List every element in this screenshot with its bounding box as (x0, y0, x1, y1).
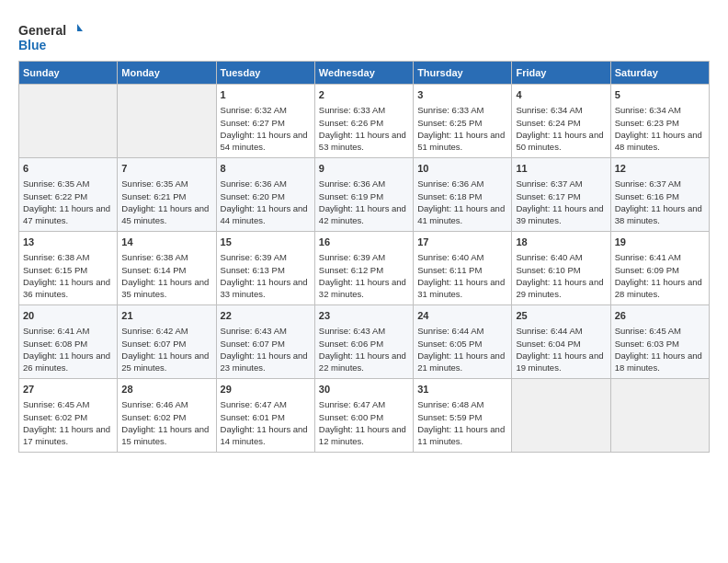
day-info-line: Sunset: 6:01 PM (221, 411, 311, 423)
calendar-cell: 29Sunrise: 6:47 AMSunset: 6:01 PMDayligh… (216, 379, 314, 453)
day-number: 7 (121, 162, 211, 176)
day-number: 3 (417, 88, 507, 102)
day-info-line: Daylight: 11 hours and 22 minutes. (319, 350, 409, 374)
day-number: 11 (516, 162, 606, 176)
day-number: 17 (417, 236, 507, 249)
day-number: 8 (221, 162, 311, 176)
page-header: General Blue (18, 18, 710, 55)
day-number: 23 (319, 309, 409, 323)
day-number: 2 (319, 88, 409, 102)
day-info-line: Sunset: 6:25 PM (417, 117, 507, 129)
day-info-line: Daylight: 11 hours and 31 minutes. (417, 276, 507, 301)
calendar-cell: 22Sunrise: 6:43 AMSunset: 6:07 PMDayligh… (216, 305, 314, 379)
logo-svg: General Blue (18, 18, 83, 55)
calendar-cell: 1Sunrise: 6:32 AMSunset: 6:27 PMDaylight… (216, 85, 314, 158)
calendar-cell: 7Sunrise: 6:35 AMSunset: 6:21 PMDaylight… (118, 158, 216, 232)
day-info-line: Daylight: 11 hours and 38 minutes. (615, 202, 705, 227)
day-info-line: Sunrise: 6:43 AM (221, 325, 311, 337)
day-info-line: Sunset: 6:27 PM (221, 117, 311, 129)
calendar-cell: 11Sunrise: 6:37 AMSunset: 6:17 PMDayligh… (512, 158, 610, 232)
day-number: 30 (319, 383, 409, 396)
col-header-monday: Monday (118, 62, 216, 85)
day-info-line: Sunset: 5:59 PM (417, 411, 507, 423)
day-info-line: Sunset: 6:18 PM (417, 190, 507, 202)
day-info-line: Sunrise: 6:40 AM (417, 251, 507, 263)
day-info-line: Daylight: 11 hours and 47 minutes. (23, 202, 113, 227)
calendar-cell: 10Sunrise: 6:36 AMSunset: 6:18 PMDayligh… (414, 158, 512, 232)
day-info-line: Sunrise: 6:35 AM (121, 178, 211, 190)
svg-text:General: General (18, 23, 66, 38)
day-info-line: Sunrise: 6:32 AM (221, 104, 311, 116)
calendar-cell: 21Sunrise: 6:42 AMSunset: 6:07 PMDayligh… (118, 305, 216, 379)
day-info-line: Sunset: 6:05 PM (417, 338, 507, 350)
day-info-line: Daylight: 11 hours and 29 minutes. (516, 276, 606, 301)
day-number: 10 (417, 162, 507, 176)
col-header-saturday: Saturday (610, 62, 709, 85)
calendar-cell (19, 85, 118, 158)
day-info-line: Sunset: 6:24 PM (516, 117, 606, 129)
calendar-cell: 15Sunrise: 6:39 AMSunset: 6:13 PMDayligh… (216, 232, 314, 305)
day-info-line: Sunset: 6:03 PM (615, 338, 705, 350)
day-info-line: Sunrise: 6:38 AM (23, 251, 113, 263)
day-info-line: Daylight: 11 hours and 33 minutes. (221, 276, 311, 301)
day-info-line: Sunrise: 6:37 AM (615, 178, 705, 190)
day-info-line: Sunrise: 6:46 AM (121, 398, 211, 410)
calendar-cell: 19Sunrise: 6:41 AMSunset: 6:09 PMDayligh… (610, 232, 709, 305)
day-info-line: Sunset: 6:02 PM (23, 411, 113, 423)
calendar-cell (512, 379, 610, 453)
day-info-line: Daylight: 11 hours and 28 minutes. (615, 276, 705, 301)
day-number: 21 (121, 309, 211, 323)
day-info-line: Sunrise: 6:39 AM (221, 251, 311, 263)
day-info-line: Daylight: 11 hours and 17 minutes. (23, 423, 113, 448)
day-info-line: Sunset: 6:14 PM (121, 264, 211, 276)
calendar-cell: 25Sunrise: 6:44 AMSunset: 6:04 PMDayligh… (512, 305, 610, 379)
day-number: 19 (615, 236, 705, 249)
day-number: 29 (221, 383, 311, 396)
day-info-line: Daylight: 11 hours and 21 minutes. (417, 350, 507, 374)
calendar-cell: 26Sunrise: 6:45 AMSunset: 6:03 PMDayligh… (610, 305, 709, 379)
day-info-line: Sunrise: 6:45 AM (615, 325, 705, 337)
calendar-table: SundayMondayTuesdayWednesdayThursdayFrid… (18, 61, 710, 453)
col-header-sunday: Sunday (19, 62, 118, 85)
day-number: 5 (615, 88, 705, 102)
calendar-cell: 4Sunrise: 6:34 AMSunset: 6:24 PMDaylight… (512, 85, 610, 158)
calendar-cell: 2Sunrise: 6:33 AMSunset: 6:26 PMDaylight… (314, 85, 413, 158)
col-header-friday: Friday (512, 62, 610, 85)
day-info-line: Sunrise: 6:39 AM (319, 251, 409, 263)
day-info-line: Daylight: 11 hours and 36 minutes. (23, 276, 113, 301)
calendar-cell: 12Sunrise: 6:37 AMSunset: 6:16 PMDayligh… (610, 158, 709, 232)
day-number: 18 (516, 236, 606, 249)
calendar-cell: 20Sunrise: 6:41 AMSunset: 6:08 PMDayligh… (19, 305, 118, 379)
day-info-line: Sunrise: 6:33 AM (417, 104, 507, 116)
day-info-line: Sunrise: 6:41 AM (23, 325, 113, 337)
day-info-line: Daylight: 11 hours and 32 minutes. (319, 276, 409, 301)
col-header-thursday: Thursday (414, 62, 512, 85)
day-info-line: Sunset: 6:07 PM (221, 338, 311, 350)
day-info-line: Daylight: 11 hours and 42 minutes. (319, 202, 409, 227)
day-number: 28 (121, 383, 211, 396)
day-info-line: Sunset: 6:22 PM (23, 190, 113, 202)
day-info-line: Sunrise: 6:36 AM (221, 178, 311, 190)
day-info-line: Sunset: 6:12 PM (319, 264, 409, 276)
day-info-line: Daylight: 11 hours and 53 minutes. (319, 129, 409, 154)
day-number: 27 (23, 383, 113, 396)
day-info-line: Sunset: 6:13 PM (221, 264, 311, 276)
day-info-line: Sunset: 6:17 PM (516, 190, 606, 202)
calendar-cell: 31Sunrise: 6:48 AMSunset: 5:59 PMDayligh… (414, 379, 512, 453)
col-header-tuesday: Tuesday (216, 62, 314, 85)
day-info-line: Sunrise: 6:41 AM (615, 251, 705, 263)
day-info-line: Daylight: 11 hours and 45 minutes. (121, 202, 211, 227)
day-number: 4 (516, 88, 606, 102)
day-number: 26 (615, 309, 705, 323)
day-info-line: Sunset: 6:06 PM (319, 338, 409, 350)
day-number: 22 (221, 309, 311, 323)
calendar-cell: 9Sunrise: 6:36 AMSunset: 6:19 PMDaylight… (314, 158, 413, 232)
day-info-line: Sunset: 6:07 PM (121, 338, 211, 350)
logo: General Blue (18, 18, 83, 55)
day-number: 1 (221, 88, 311, 102)
day-info-line: Daylight: 11 hours and 44 minutes. (221, 202, 311, 227)
day-number: 20 (23, 309, 113, 323)
day-number: 31 (417, 383, 507, 396)
calendar-cell: 24Sunrise: 6:44 AMSunset: 6:05 PMDayligh… (414, 305, 512, 379)
day-info-line: Sunrise: 6:36 AM (417, 178, 507, 190)
